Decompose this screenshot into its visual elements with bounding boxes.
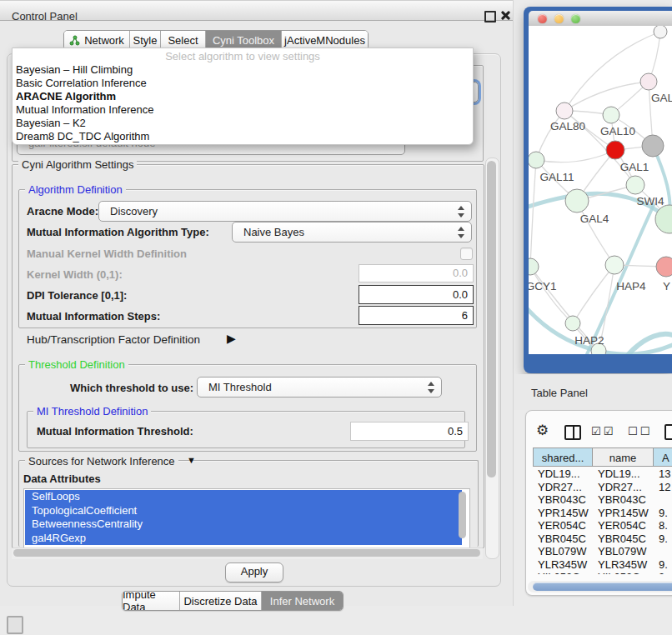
table-row[interactable]: YBR045CYBR045C9.	[533, 532, 672, 546]
popup-prompt: Select algorithm to view settings	[13, 50, 473, 62]
table-row[interactable]: YDR27...YDR27...12	[533, 481, 672, 494]
zoom-window-icon[interactable]	[571, 14, 580, 23]
popup-item[interactable]: Mutual Information Inference	[16, 103, 469, 117]
tab-label: Infer Network	[270, 595, 334, 608]
table-row[interactable]: YPR145WYPR145W9.	[533, 507, 672, 520]
node-hap2[interactable]	[565, 316, 580, 331]
group-title: MI Threshold Definition	[33, 405, 151, 418]
node-label: GAL10	[600, 125, 635, 138]
tab-label: Discretize Data	[183, 595, 257, 608]
field-value: 0.0	[453, 267, 468, 279]
apply-button[interactable]: Apply	[225, 562, 283, 582]
settings-vscrollbar-thumb[interactable]	[487, 161, 496, 478]
cell: 13	[659, 468, 672, 481]
node-gal80[interactable]	[556, 102, 573, 119]
table-hscrollbar-thumb[interactable]	[533, 582, 672, 591]
gear-icon[interactable]: ⚙	[536, 423, 549, 438]
node-gal4[interactable]	[565, 189, 589, 212]
expand-collapsed-icon[interactable]: ▶	[227, 332, 236, 345]
tab-network[interactable]: Network	[64, 31, 130, 49]
tab-discretize-data[interactable]: Discretize Data	[180, 592, 262, 610]
node-salmon[interactable]	[656, 257, 672, 277]
node-gal10[interactable]	[603, 107, 619, 123]
table-row[interactable]: YER054CYER054C8.	[533, 519, 672, 532]
manual-kernel-checkbox[interactable]	[460, 248, 473, 260]
split-columns-icon[interactable]	[564, 425, 581, 440]
node-gal1-selected[interactable]	[606, 141, 624, 159]
close-window-icon[interactable]	[538, 14, 547, 23]
list-scrollbar-thumb[interactable]	[459, 492, 466, 538]
minimize-window-icon[interactable]	[554, 14, 564, 23]
node-gal7[interactable]	[640, 73, 657, 90]
list-item[interactable]: SelfLoops	[25, 490, 462, 504]
checked-pair-icon[interactable]: ☑☑	[591, 425, 615, 438]
node-label: GAL	[651, 92, 672, 104]
edge	[564, 32, 660, 111]
mi-threshold-field[interactable]: 0.5	[350, 422, 469, 441]
column-header-name[interactable]: name	[593, 448, 654, 467]
table-row[interactable]: YLR345WYLR345W9.	[533, 558, 672, 572]
node-hap4[interactable]	[605, 256, 624, 274]
node-gcy1[interactable]	[529, 258, 539, 275]
network-window-titlebar[interactable]	[529, 11, 672, 27]
checkbox-checked-icon: ☑	[604, 425, 616, 438]
edge	[564, 82, 649, 111]
settings-hscrollbar-thumb[interactable]	[13, 549, 480, 557]
cell: YDL19...	[598, 468, 654, 481]
checkbox-unchecked-icon: ☐	[640, 425, 653, 438]
docked-panel-icon[interactable]	[7, 616, 23, 634]
node-swi4[interactable]	[626, 176, 644, 194]
cell: 9.	[659, 558, 672, 572]
list-item[interactable]: TopologicalCoefficient	[25, 504, 462, 518]
popup-item-selected[interactable]: ARACNE Algorithm	[16, 90, 469, 103]
which-threshold-combobox[interactable]: MI Threshold	[197, 377, 442, 398]
unchecked-pair-icon[interactable]: ☐☐	[628, 425, 652, 438]
mi-threshold-label: Mutual Information Threshold:	[37, 425, 193, 438]
kernel-width-field[interactable]: 0.0	[359, 264, 474, 282]
cell: YBR043C	[598, 493, 654, 507]
node-gal11[interactable]	[529, 152, 544, 168]
popup-item[interactable]: Bayesian – Hill Climbing	[16, 63, 469, 77]
node[interactable]	[654, 26, 667, 38]
aracne-mode-combobox[interactable]: Discovery	[98, 201, 472, 222]
tab-jactivemnodules[interactable]: jActiveMNodules	[282, 31, 368, 49]
list-item[interactable]: BetweennessCentrality	[25, 518, 462, 532]
node-gray[interactable]	[642, 135, 664, 157]
dpi-tolerance-field[interactable]: 0.0	[359, 285, 474, 304]
popup-item[interactable]: Bayesian – K2	[16, 117, 469, 130]
combobox-value: MI Threshold	[208, 381, 272, 393]
tab-select[interactable]: Select	[161, 31, 206, 49]
table-row[interactable]: YDL19...YDL19...13	[533, 468, 672, 481]
stepper-arrows-icon	[428, 382, 434, 393]
tab-label: jActiveMNodules	[284, 34, 365, 47]
tab-cyni-toolbox[interactable]: Cyni Toolbox	[206, 31, 282, 49]
table-row[interactable]: YBL079WYBL079W	[533, 545, 672, 558]
cell: YBR045C	[598, 532, 654, 546]
node-label: HAP2	[574, 334, 604, 347]
popup-item[interactable]: Basic Correlation Inference	[16, 77, 469, 90]
network-canvas[interactable]: GAL GAL80 GAL10 GAL1 GAL11 SWI4 GAL4 GCY…	[529, 26, 672, 354]
cell: YBL079W	[598, 545, 654, 558]
cell: YPR145W	[538, 507, 593, 520]
table-row[interactable]: YBR043CYBR043C	[533, 493, 672, 507]
column-header-partial[interactable]: A	[654, 448, 672, 467]
which-threshold-label: Which threshold to use:	[70, 382, 193, 394]
column-header-shared-name[interactable]: shared...	[533, 448, 593, 467]
tab-style[interactable]: Style	[130, 31, 161, 49]
cell: YBR045C	[538, 532, 593, 546]
node-label: GAL80	[550, 120, 585, 132]
tab-impute-data[interactable]: Impute Data	[123, 592, 180, 610]
mi-steps-field[interactable]: 6	[359, 306, 474, 325]
list-item[interactable]: gal4RGexp	[25, 532, 462, 546]
mi-type-combobox[interactable]: Naive Bayes	[232, 222, 472, 242]
edge	[573, 265, 614, 323]
table-row[interactable]: YIL052CYIL052C9.	[533, 571, 672, 574]
expand-open-icon[interactable]: ▼	[187, 455, 196, 465]
table-mode-icon[interactable]	[664, 424, 672, 440]
popup-item[interactable]: Dream8 DC_TDC Algorithm	[16, 130, 469, 143]
tab-label: Network	[84, 34, 124, 47]
close-panel-icon[interactable]	[499, 9, 511, 21]
cell: YDR27...	[538, 481, 593, 494]
tab-infer-network[interactable]: Infer Network	[262, 592, 343, 610]
float-panel-icon[interactable]	[484, 11, 496, 22]
